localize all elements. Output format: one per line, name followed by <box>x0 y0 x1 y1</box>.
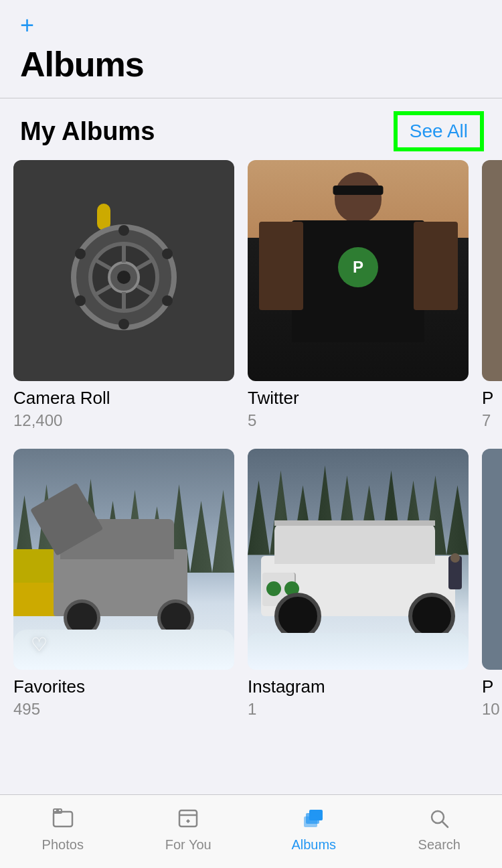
search-icon <box>428 807 450 833</box>
svg-rect-24 <box>304 816 317 827</box>
svg-rect-0 <box>97 204 110 230</box>
tab-search-label: Search <box>418 837 461 853</box>
for-you-icon <box>177 807 199 833</box>
twitter-count: 5 <box>248 411 469 430</box>
partial-2-count: 10 <box>482 700 502 719</box>
album-thumb-twitter: P <box>248 160 469 381</box>
partial-2-name: P <box>482 676 502 697</box>
tab-albums[interactable]: Albums <box>251 802 377 853</box>
tab-photos[interactable]: Photos <box>0 802 126 853</box>
camera-roll-count: 12,400 <box>13 411 234 430</box>
heart-icon: ♡ <box>24 630 54 659</box>
albums-row-1: Camera Roll 12,400 P <box>0 160 502 430</box>
albums-row-2: ♡ Favorites 495 <box>0 449 502 719</box>
album-camera-roll[interactable]: Camera Roll 12,400 <box>13 160 234 430</box>
instagram-name: Instagram <box>248 676 469 697</box>
partial-1-name: P <box>482 388 502 409</box>
album-partial-2[interactable]: P 10 <box>482 449 502 719</box>
svg-point-2 <box>118 225 129 236</box>
album-thumb-favorites: ♡ <box>13 449 234 670</box>
favorites-name: Favorites <box>13 676 234 697</box>
album-instagram[interactable]: Instagram 1 <box>248 449 469 719</box>
see-all-button[interactable]: See All <box>396 113 482 149</box>
album-twitter[interactable]: P Twitter 5 <box>248 160 469 430</box>
svg-rect-17 <box>54 812 72 826</box>
section-title: My Albums <box>20 117 155 146</box>
svg-point-5 <box>162 248 173 259</box>
svg-point-4 <box>75 248 86 259</box>
tab-for-you-label: For You <box>165 837 212 853</box>
tab-photos-label: Photos <box>42 837 84 853</box>
album-thumb-partial-2 <box>482 449 502 670</box>
album-favorites[interactable]: ♡ Favorites 495 <box>13 449 234 719</box>
album-thumb-instagram <box>248 449 469 670</box>
svg-point-7 <box>162 295 173 306</box>
camera-roll-name: Camera Roll <box>13 388 234 409</box>
page-title: Albums <box>20 44 482 84</box>
twitter-name: Twitter <box>248 388 469 409</box>
svg-line-26 <box>442 822 448 827</box>
svg-rect-20 <box>179 810 197 826</box>
tab-albums-label: Albums <box>291 837 336 853</box>
tab-search[interactable]: Search <box>377 802 503 853</box>
svg-point-6 <box>75 295 86 306</box>
camera-roll-svg <box>57 204 191 338</box>
add-button[interactable]: + <box>20 13 34 38</box>
svg-point-3 <box>118 319 129 330</box>
partial-1-count: 7 <box>482 411 502 430</box>
tab-bar: Photos For You Albums <box>0 794 502 868</box>
svg-point-10 <box>117 271 131 284</box>
tab-for-you[interactable]: For You <box>126 802 252 853</box>
main-content: + Albums My Albums See All <box>0 0 502 818</box>
album-partial-1[interactable]: P 7 <box>482 160 502 430</box>
albums-icon <box>303 807 325 833</box>
section-header: My Albums See All <box>0 98 502 160</box>
header: + Albums <box>0 0 502 98</box>
album-thumb-partial-1 <box>482 160 502 381</box>
album-thumb-camera-roll <box>13 160 234 381</box>
photos-icon <box>52 807 74 833</box>
favorites-count: 495 <box>13 700 234 719</box>
instagram-count: 1 <box>248 700 469 719</box>
svg-rect-19 <box>56 809 59 813</box>
